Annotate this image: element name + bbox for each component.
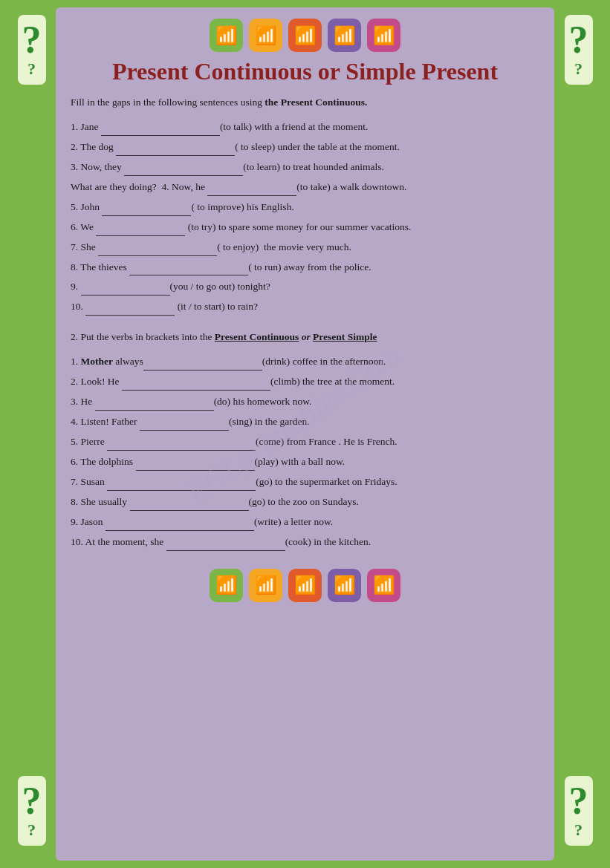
sentence-2-9: 9. Jason (write) a letter now.: [71, 514, 539, 531]
blank-2-4[interactable]: [140, 419, 229, 431]
sentence-1-1: 1. Jane (to talk) with a friend at the m…: [71, 119, 539, 136]
section2-instruction: 2. Put the verbs in brackets into the Pr…: [71, 329, 539, 346]
blank-1-7[interactable]: [98, 244, 217, 256]
sentence-2-2: 2. Look! He (climb) the tree at the mome…: [71, 373, 539, 391]
bottom-icons-row: 📶 📶 📶 📶 📶: [210, 569, 400, 602]
section1-instruction: Fill in the gaps in the following senten…: [71, 94, 539, 111]
blank-2-10[interactable]: [166, 539, 285, 551]
wifi-icon-1: 📶: [210, 19, 243, 52]
sentence-1-7: 7. She ( to enjoy) the movie very much.: [71, 239, 539, 256]
blank-1-5[interactable]: [102, 204, 191, 216]
sentence-2-5: 5. Pierre (come) from France . He is Fre…: [71, 434, 539, 451]
blank-1-1[interactable]: [101, 124, 220, 136]
blank-1-6[interactable]: [96, 224, 185, 236]
wifi-icon-b5: 📶: [367, 569, 400, 602]
instruction-bold: the Present Continuous.: [265, 97, 367, 108]
blank-1-9[interactable]: [81, 284, 170, 296]
sentence-2-6: 6. The dolphins (play) with a ball now.: [71, 454, 539, 471]
wifi-icon-2: 📶: [249, 19, 282, 52]
left-margin: ? ? ? ?: [7, 7, 56, 861]
blank-1-10[interactable]: [85, 304, 175, 316]
blank-2-5[interactable]: [107, 439, 256, 451]
sentence-1-4: What are they doing? 4. Now, he (to take…: [71, 179, 539, 196]
question-mark-bottom-right: ?: [569, 782, 588, 820]
sentence-2-10: 10. At the moment, she (cook) in the kit…: [71, 534, 539, 551]
wifi-icon-b2: 📶: [249, 569, 282, 602]
sentence-1-9: 9. (you / to go out) tonight?: [71, 278, 539, 296]
sentence-2-4: 4. Listen! Father (sing) in the garden.: [71, 414, 539, 431]
sentence-1-5: 5. John ( to improve) his English.: [71, 199, 539, 216]
sentence-1-10: 10. (it / to start) to rain?: [71, 298, 539, 316]
question-mark-top-left: ?: [22, 21, 42, 59]
page-title: Present Continuous or Simple Present: [112, 58, 498, 85]
blank-1-4[interactable]: [207, 184, 296, 196]
blank-2-7[interactable]: [107, 479, 256, 491]
wifi-icon-b3: 📶: [288, 569, 322, 602]
blank-2-3[interactable]: [95, 399, 214, 411]
blank-2-9[interactable]: [106, 519, 254, 531]
sentence-2-7: 7. Susan (go) to the supermarket on Frid…: [71, 474, 539, 491]
wifi-icon-b4: 📶: [328, 569, 361, 602]
sentence-1-2: 2. The dog ( to sleep) under the table a…: [71, 139, 539, 156]
sentence-1-6: 6. We (to try) to spare some money for o…: [71, 219, 539, 236]
section2-or: or: [302, 331, 311, 342]
blank-1-2[interactable]: [116, 144, 235, 156]
blank-2-1[interactable]: [143, 359, 262, 371]
question-mark-top-right: ?: [569, 21, 588, 59]
blank-2-8[interactable]: [130, 499, 249, 511]
blank-1-8[interactable]: [129, 264, 248, 275]
blank-2-2[interactable]: [122, 379, 270, 391]
top-icons-row: 📶 📶 📶 📶 📶: [210, 19, 400, 52]
wifi-icon-5: 📶: [367, 19, 400, 52]
blank-2-6[interactable]: [136, 459, 255, 471]
content-area: EGLprintables.Com Fill in the gaps in th…: [71, 94, 539, 554]
sentence-1-3: 3. Now, they (to learn) to treat hounded…: [71, 159, 539, 176]
wifi-icon-3: 📶: [288, 19, 322, 52]
worksheet-body: Fill in the gaps in the following senten…: [71, 94, 539, 551]
sentence-2-1: 1. Mother always(drink) coffee in the af…: [71, 353, 539, 371]
sentence-1-8: 8. The thieves ( to run) away from the p…: [71, 259, 539, 276]
wifi-icon-b1: 📶: [210, 569, 243, 602]
main-content: 📶 📶 📶 📶 📶 Present Continuous or Simple P…: [56, 7, 554, 861]
wifi-icon-4: 📶: [328, 19, 361, 52]
section2-bold2: Present Simple: [313, 331, 377, 342]
question-mark-bottom-left: ?: [22, 782, 42, 820]
right-margin: ? ? ? ?: [554, 7, 603, 861]
mother-label: Mother: [81, 356, 113, 367]
sentence-2-8: 8. She usually (go) to the zoo on Sunday…: [71, 494, 539, 511]
sentence-2-3: 3. He (do) his homework now.: [71, 394, 539, 411]
blank-1-3[interactable]: [124, 164, 243, 176]
section2-bold1: Present Continuous: [215, 331, 299, 342]
